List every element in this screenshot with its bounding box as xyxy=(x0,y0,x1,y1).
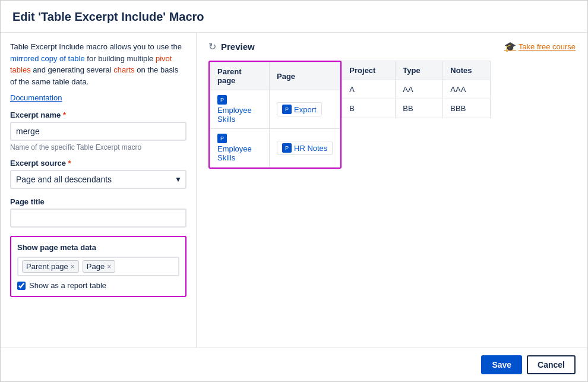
col-header-project: Project xyxy=(342,61,396,80)
employee-skills-link-1[interactable]: EmployeeSkills xyxy=(217,106,252,124)
cell-project-2: B xyxy=(342,99,396,118)
table-row: A AA AAA xyxy=(342,80,491,99)
show-report-table-label: Show as a report table xyxy=(29,281,106,290)
tag-page-close[interactable]: × xyxy=(107,263,111,271)
graduation-cap-icon: 🎓 xyxy=(504,41,516,52)
cancel-button[interactable]: Cancel xyxy=(527,355,576,374)
save-button[interactable]: Save xyxy=(481,355,522,374)
dialog: Edit 'Table Excerpt Include' Macro Table… xyxy=(0,0,588,382)
preview-header: ↻ Preview 🎓 Take free course xyxy=(208,41,576,52)
dialog-title: Edit 'Table Excerpt Include' Macro xyxy=(1,1,587,33)
excerpt-name-input[interactable] xyxy=(10,122,186,141)
inner-table-wrap: Parentpage Page P EmployeeSki xyxy=(208,61,342,169)
tags-container[interactable]: Parent page × Page × xyxy=(17,257,179,276)
highlighted-table: Parentpage Page P EmployeeSki xyxy=(210,62,340,168)
desc-part3: and generating several xyxy=(31,65,113,74)
excerpt-source-wrapper: Page and all descendants Page only All d… xyxy=(10,170,186,189)
left-panel: Table Excerpt Include macro allows you t… xyxy=(1,33,197,348)
desc-part2: for building multiple xyxy=(85,54,156,63)
hr-notes-page-icon: P xyxy=(282,143,292,153)
refresh-icon[interactable]: ↻ xyxy=(208,41,216,52)
excerpt-name-hint: Name of the specific Table Excerpt macro xyxy=(10,143,186,151)
employee-skills-cell-2: P EmployeeSkills xyxy=(217,134,262,162)
employee-skills-link-2[interactable]: EmployeeSkills xyxy=(217,144,252,162)
tag-page[interactable]: Page × xyxy=(83,260,115,273)
documentation-link[interactable]: Documentation xyxy=(10,93,186,102)
employee-skills-label-2: EmployeeSkills xyxy=(217,144,252,162)
excerpt-source-select[interactable]: Page and all descendants Page only All d… xyxy=(10,170,186,189)
table-row: P EmployeeSkills P HR No xyxy=(210,129,340,168)
tag-parent-page-label: Parent page xyxy=(26,262,68,271)
page-title-input[interactable] xyxy=(10,209,186,228)
tag-parent-page[interactable]: Parent page × xyxy=(22,260,79,273)
meta-section-label: Show page meta data xyxy=(17,243,179,252)
required-star: * xyxy=(63,111,66,119)
dialog-footer: Save Cancel xyxy=(1,348,587,381)
cell-page-2: P HR Notes xyxy=(270,129,340,168)
desc-mirrored: mirrored copy of table xyxy=(10,54,85,63)
cell-page-1: P Export xyxy=(270,90,340,129)
excerpt-source-label: Excerpt source * xyxy=(10,159,186,168)
tag-page-label: Page xyxy=(87,262,105,271)
desc-charts: charts xyxy=(113,65,134,74)
outer-table: Project Type Notes A AA AAA B xyxy=(342,61,491,118)
hr-notes-page-btn[interactable]: P HR Notes xyxy=(277,141,333,155)
meta-section: Show page meta data Parent page × Page ×… xyxy=(10,236,186,297)
show-report-table-checkbox[interactable] xyxy=(17,282,26,290)
cell-parent-page-1: P EmployeeSkills xyxy=(210,90,270,129)
dialog-body: Table Excerpt Include macro allows you t… xyxy=(1,33,587,348)
excerpt-name-label: Excerpt name * xyxy=(10,111,186,119)
required-star2: * xyxy=(68,159,71,168)
export-page-icon: P xyxy=(282,105,292,114)
page-icon-2: P xyxy=(217,134,227,143)
employee-skills-cell-1: P EmployeeSkills xyxy=(217,95,262,124)
tag-parent-page-close[interactable]: × xyxy=(71,263,75,271)
col-header-type: Type xyxy=(396,61,443,80)
show-report-table-row[interactable]: Show as a report table xyxy=(17,281,179,290)
cell-project-1: A xyxy=(342,80,396,99)
cell-notes-1: AAA xyxy=(443,80,491,99)
hr-notes-page-label: HR Notes xyxy=(294,144,327,153)
preview-label: Preview xyxy=(221,42,255,52)
cell-type-1: AA xyxy=(396,80,443,99)
table-area: Parentpage Page P EmployeeSki xyxy=(208,61,576,169)
col-header-notes: Notes xyxy=(443,61,491,80)
employee-skills-label-1: EmployeeSkills xyxy=(217,106,252,124)
export-page-label: Export xyxy=(294,105,317,114)
col-header-parent-page: Parentpage xyxy=(210,62,270,90)
table-row: P EmployeeSkills P Expor xyxy=(210,90,340,129)
export-page-btn[interactable]: P Export xyxy=(277,102,322,116)
cell-parent-page-2: P EmployeeSkills xyxy=(210,129,270,168)
preview-title-row: ↻ Preview xyxy=(208,41,255,52)
page-title-label: Page title xyxy=(10,197,186,206)
take-course-link[interactable]: 🎓 Take free course xyxy=(504,41,576,52)
desc-part1: Table Excerpt Include macro allows you t… xyxy=(10,42,182,51)
right-panel: ↻ Preview 🎓 Take free course Parentpage xyxy=(197,33,587,348)
take-course-label: Take free course xyxy=(519,42,576,51)
cell-notes-2: BBB xyxy=(443,99,491,118)
cell-type-2: BB xyxy=(396,99,443,118)
table-row: B BB BBB xyxy=(342,99,491,118)
description-text: Table Excerpt Include macro allows you t… xyxy=(10,41,186,87)
col-header-page: Page xyxy=(270,62,340,90)
page-icon-1: P xyxy=(217,95,227,105)
